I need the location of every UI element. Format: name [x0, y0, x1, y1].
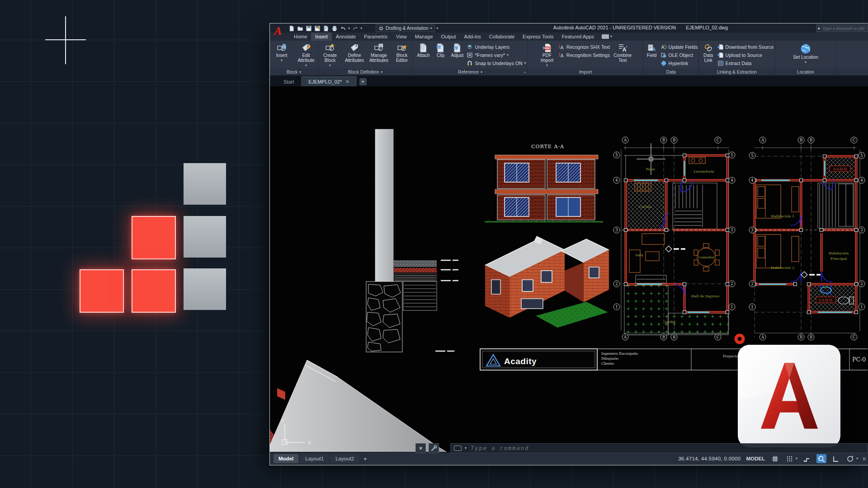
help-search[interactable]: ▸ — [816, 24, 868, 32]
edit-attribute-button[interactable]: Edit Attribute▾ — [294, 42, 318, 67]
search-input[interactable] — [821, 25, 868, 31]
snap-mode-button[interactable]: ▾ — [785, 454, 797, 463]
field-button[interactable]: Field — [644, 42, 660, 58]
hyperlink-button[interactable]: Hyperlink — [660, 59, 698, 67]
isometric-drafting-button[interactable]: ▾ — [845, 454, 858, 463]
svg-text:A: A — [623, 138, 627, 142]
save-as-button[interactable] — [314, 25, 321, 32]
svg-text:1: 1 — [860, 305, 863, 309]
layout-tab-layout2[interactable]: Layout2 — [330, 454, 359, 463]
new-drawing-button[interactable]: + — [359, 78, 367, 85]
redo-caret-icon[interactable]: ▾ — [360, 27, 362, 30]
command-line[interactable]: ▾ — [450, 443, 868, 453]
panel-expand-icon[interactable]: » — [524, 70, 526, 75]
doc-tab-start[interactable]: Start — [276, 77, 301, 86]
underlay-layers-button[interactable]: Underlay Layers — [467, 43, 526, 51]
block-editor-button[interactable]: Block Editor — [392, 42, 412, 63]
model-space-button[interactable]: MODEL — [746, 456, 765, 461]
snap-to-underlays-dropdown[interactable]: Snap to Underlays ON▾ — [467, 59, 526, 67]
update-fields-button[interactable]: Update Fields — [660, 43, 698, 51]
panel-label-reference[interactable]: Reference▾» — [413, 69, 528, 75]
tab-manage[interactable]: Manage — [411, 33, 437, 41]
redo-button[interactable] — [352, 25, 359, 32]
customize-wrench-button[interactable] — [429, 443, 439, 453]
room-label-master-1: Habitación — [829, 251, 849, 255]
model-space-canvas[interactable]: .wall{stroke:#ee3f2b;stroke-width:5;fill… — [270, 86, 868, 453]
insert-block-button[interactable]: Insert▾ — [270, 42, 293, 62]
polar-tracking-button[interactable] — [831, 454, 841, 463]
panel-label-import[interactable]: Import — [528, 69, 643, 75]
plot-button[interactable] — [322, 25, 329, 32]
partial-roof-shape — [270, 360, 448, 453]
extract-data-button[interactable]: Extract Data — [717, 59, 774, 67]
panel-label-location[interactable]: Location — [775, 69, 836, 75]
workspace-switcher[interactable]: Drafting & Annotation ▾ — [376, 24, 435, 32]
close-tab-icon[interactable]: ✕ — [345, 79, 349, 84]
command-input[interactable] — [470, 445, 864, 452]
panel-import: PDF Import▾ Recognize SHX Text Recogniti… — [528, 41, 643, 75]
combine-text-button[interactable]: Combine Text — [611, 42, 634, 63]
panel-location: Set Location▾ Location — [775, 41, 836, 75]
snap-caret-icon[interactable]: ▾ — [796, 457, 797, 460]
create-block-button[interactable]: Create Block▾ — [318, 42, 342, 67]
section-marker — [801, 272, 821, 278]
clip-button[interactable]: Clip — [433, 42, 448, 58]
gray-square — [184, 268, 226, 310]
tab-parametric[interactable]: Parametric — [360, 33, 392, 41]
isometric-caret-icon[interactable]: ▾ — [856, 457, 858, 460]
grid-display-button[interactable] — [770, 454, 780, 463]
attach-button[interactable]: Attach — [414, 42, 432, 58]
app-menu-button[interactable]: A — [271, 24, 285, 39]
frames-dropdown[interactable]: *Frames vary*▾ — [467, 51, 526, 59]
new-file-button[interactable] — [288, 25, 295, 32]
room-label-garden: Jardin — [664, 320, 676, 324]
floor-plan-2: S.S.H.H S.S.H.H. Habitación 1 Habitación… — [749, 137, 865, 340]
download-from-source-button[interactable]: Download from Source — [717, 43, 774, 51]
define-attributes-button[interactable]: Define Attributes — [343, 42, 366, 63]
tab-home[interactable]: Home — [290, 33, 311, 41]
adjust-button[interactable]: Adjust — [448, 42, 466, 58]
upload-to-source-button[interactable]: Upload to Source — [717, 51, 774, 59]
undo-caret-icon[interactable]: ▾ — [348, 27, 350, 30]
tab-featured-apps[interactable]: Featured Apps — [557, 33, 598, 41]
svg-text:2: 2 — [615, 282, 618, 286]
recognition-settings-button[interactable]: Recognition Settings — [558, 51, 610, 59]
qat-customize-caret-icon[interactable]: ▾ — [437, 27, 439, 30]
layout-tab-layout1[interactable]: Layout1 — [300, 454, 329, 463]
tab-insert[interactable]: Insert — [311, 33, 332, 41]
recognize-shx-text-button[interactable]: Recognize SHX Text — [558, 43, 610, 51]
tab-annotate[interactable]: Annotate — [332, 33, 360, 41]
save-button[interactable] — [305, 25, 312, 32]
tab-express-tools[interactable]: Express Tools — [519, 33, 557, 41]
clipped-status-icon[interactable] — [863, 454, 867, 463]
command-caret-icon[interactable]: ▾ — [465, 446, 467, 450]
tab-add-ins[interactable]: Add-ins — [460, 33, 485, 41]
doc-tab-drawing[interactable]: EJEMPLO_02* ✕ — [301, 76, 356, 86]
tab-view[interactable]: View — [392, 33, 411, 41]
close-command-panel-button[interactable]: ✕ — [415, 443, 426, 453]
pdf-import-button[interactable]: PDF Import▾ — [537, 42, 557, 67]
layout-tab-model[interactable]: Model — [274, 454, 298, 463]
panel-label-data[interactable]: Data — [643, 69, 698, 75]
data-link-button[interactable]: Data Link — [700, 42, 717, 63]
window-title: Autodesk AutoCAD 2021 - UNREGISTERED VER… — [464, 25, 817, 30]
print-button[interactable] — [331, 25, 338, 32]
open-file-button[interactable] — [297, 25, 303, 32]
manage-attributes-button[interactable]: Manage Attributes — [367, 42, 391, 63]
command-history-icon[interactable] — [454, 446, 462, 451]
ribbon-display-button[interactable]: ▾ — [598, 33, 616, 41]
object-snap-tracking-button[interactable] — [816, 454, 826, 463]
tab-collaborate[interactable]: Collaborate — [485, 33, 519, 41]
svg-text:5: 5 — [860, 153, 863, 158]
set-location-button[interactable]: Set Location▾ — [793, 42, 818, 64]
tab-output[interactable]: Output — [437, 33, 460, 41]
ortho-mode-button[interactable] — [802, 454, 812, 463]
undo-button[interactable] — [340, 25, 346, 32]
panel-label-block[interactable]: Block▾ — [270, 69, 318, 75]
panel-label-linking[interactable]: Linking & Extraction — [699, 69, 775, 75]
svg-text:B: B — [673, 335, 675, 339]
room-label-bath2: S.S.H.H. — [819, 298, 833, 302]
new-layout-button[interactable]: + — [361, 455, 370, 462]
panel-label-block-definition[interactable]: Block Definition▾ — [318, 69, 412, 75]
ole-object-button[interactable]: OLE Object — [660, 51, 698, 59]
